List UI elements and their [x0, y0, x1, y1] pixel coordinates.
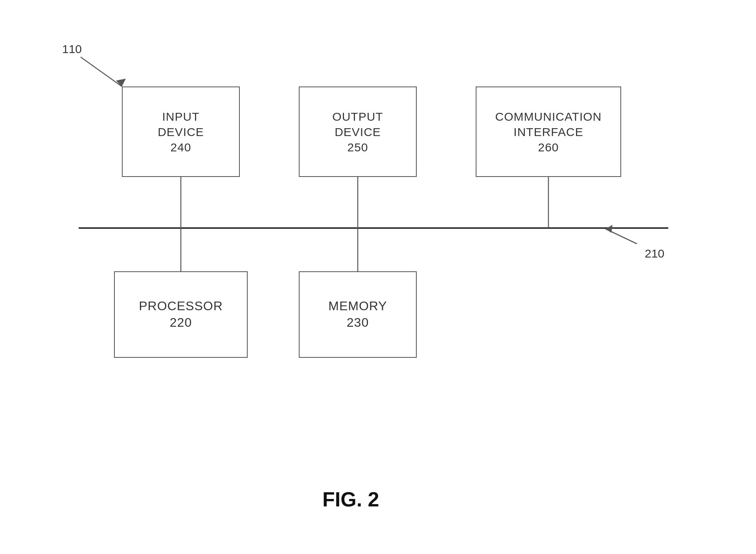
- ref-210-label: 210: [645, 247, 664, 260]
- ref-110-label: 110: [62, 42, 82, 56]
- diagram-container: INPUTDEVICE240 OUTPUTDEVICE250 COMMUNICA…: [0, 0, 756, 554]
- svg-line-6: [81, 57, 122, 87]
- input-device-box: INPUTDEVICE240: [122, 87, 240, 177]
- figure-caption: FIG. 2: [322, 488, 379, 511]
- svg-line-8: [605, 229, 637, 244]
- svg-marker-7: [116, 79, 126, 87]
- processor-box: PROCESSOR220: [114, 271, 248, 358]
- memory-box: MEMORY230: [299, 271, 417, 358]
- output-device-box: OUTPUTDEVICE250: [299, 87, 417, 177]
- svg-marker-9: [605, 225, 613, 233]
- comm-interface-box: COMMUNICATIONINTERFACE260: [476, 87, 621, 177]
